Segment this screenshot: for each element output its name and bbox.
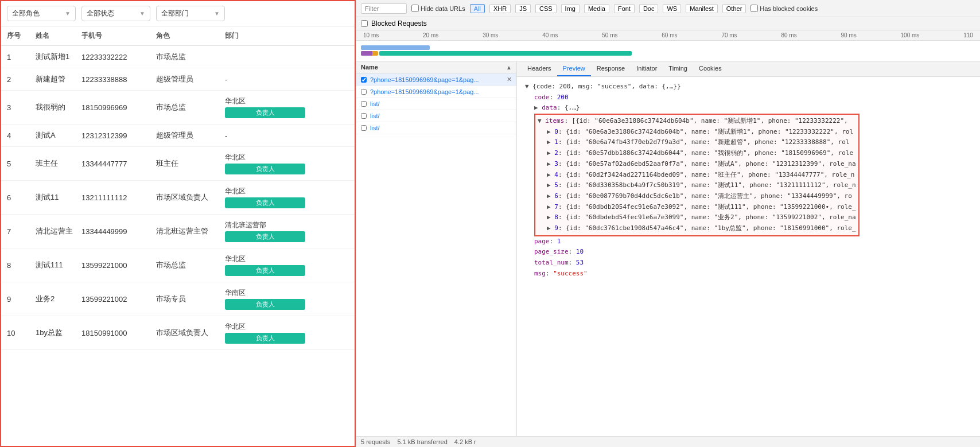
chevron-down-icon: ▼ [65,10,71,17]
json-root: ▼ {code: 200, msg: "success", data: {,…}… [525,81,974,279]
timeline-mark: 20 ms [423,32,438,38]
col-id: 序号 [7,31,36,41]
network-list-item[interactable]: ?phone=18150996969&page=1&pag... ✕ [356,73,516,86]
net-row-checkbox[interactable] [361,89,367,95]
network-content: Name ▲ ?phone=18150996969&page=1&pag... … [356,61,980,436]
blocked-requests-label: Blocked Requests [371,20,427,28]
json-item: ▶ 3: {id: "60e57af02ad6ebd52aaf0f7a", na… [547,159,856,170]
table-row[interactable]: 8 测试111 13599221000 市场总监 华北区负责人 [1,248,355,282]
col-dept: 部门 [225,31,305,41]
json-items-block: ▼ items: [{id: "60e6a3e31886c37424db604b… [534,114,860,236]
json-item: ▶ 0: {id: "60e6a3e31886c37424db604b", na… [547,127,856,138]
net-row-name: list/ [370,100,512,107]
role-filter[interactable]: 全部角色 ▼ [7,6,76,21]
table-body: 1 测试新增1 12233332222 市场总监 2 新建超管 12233338… [1,46,355,446]
detail-pane: HeadersPreviewResponseInitiatorTimingCoo… [517,61,980,436]
json-msg: msg: "success" [534,269,974,279]
hide-data-urls-label[interactable]: Hide data URLs [411,5,465,12]
blocked-requests-row: Blocked Requests [356,17,980,30]
timeline-mark: 30 ms [483,32,498,38]
json-root-line: ▼ {code: 200, msg: "success", data: {,…}… [525,81,974,92]
close-icon[interactable]: ✕ [507,76,512,83]
timeline-marks: 10 ms20 ms30 ms40 ms50 ms60 ms70 ms80 ms… [361,32,975,38]
timeline-mark: 100 ms [901,32,920,38]
doc-btn[interactable]: Doc [639,4,659,13]
json-items-header: ▼ items: [{id: "60e6a3e31886c37424db604b… [538,116,856,127]
filter-bar: 全部角色 ▼ 全部状态 ▼ 全部部门 ▼ [1,1,355,26]
json-total-num: total_num: 53 [534,258,974,269]
json-item: ▶ 9: {id: "60dc3761cbe1908d547a46c4", na… [547,223,856,234]
net-row-name: list/ [370,125,512,131]
detail-tab-headers[interactable]: Headers [522,61,557,76]
table-row[interactable]: 4 测试A 12312312399 超级管理员 - [1,125,355,147]
table-header: 序号 姓名 手机号 角色 部门 [1,26,355,46]
network-list-header: Name ▲ [356,61,516,73]
has-blocked-cookies-label[interactable]: Has blocked cookies [750,5,818,12]
net-row-checkbox[interactable] [361,77,367,83]
timeline-bar-teal [379,51,632,56]
json-page-size: page_size: 10 [534,247,974,258]
detail-content: ▼ {code: 200, msg: "success", data: {,…}… [517,77,980,436]
table-row[interactable]: 6 测试11 13211111112 市场区域负责人 华北区负责人 [1,181,355,215]
timeline-mark: 60 ms [662,32,677,38]
sort-icon: ▲ [506,64,512,71]
timeline-header: 10 ms20 ms30 ms40 ms50 ms60 ms70 ms80 ms… [356,30,980,41]
xhr-btn[interactable]: XHR [489,4,511,13]
font-btn[interactable]: Font [614,4,635,13]
blocked-requests-checkbox[interactable] [361,20,368,27]
timeline-mark: 70 ms [721,32,737,38]
json-item: ▶ 6: {id: "60e087769b70d4ddc5dc6e1b", na… [547,191,856,202]
devtools-toolbar: Hide data URLs All XHR JS CSS Img Media … [356,0,980,17]
table-row[interactable]: 3 我很弱的 18150996969 市场总监 华北区负责人 [1,91,355,125]
network-list-item[interactable]: ?phone=18150996969&page=1&pag... [356,86,516,98]
hide-data-urls-checkbox[interactable] [411,5,419,12]
col-name: 姓名 [36,31,81,41]
right-panel: Hide data URLs All XHR JS CSS Img Media … [356,0,980,447]
table-row[interactable]: 9 业务2 13599221002 市场专员 华南区负责人 [1,282,355,316]
all-btn[interactable]: All [470,4,485,13]
timeline-bar-purple [361,51,372,56]
detail-tab-initiator[interactable]: Initiator [631,61,663,76]
status-filter[interactable]: 全部状态 ▼ [81,6,150,21]
left-panel: 全部角色 ▼ 全部状态 ▼ 全部部门 ▼ 序号 姓名 手机号 角色 部门 1 测… [0,0,356,447]
status-bar: 5 requests 5.1 kB transferred 4.2 kB r [356,436,980,447]
css-btn[interactable]: CSS [535,4,557,13]
has-blocked-cookies-checkbox[interactable] [750,5,758,12]
network-list-item[interactable]: list/ [356,110,516,122]
table-row[interactable]: 1 测试新增1 12233332222 市场总监 [1,46,355,68]
detail-tab-response[interactable]: Response [591,61,631,76]
other-btn[interactable]: Other [722,4,746,13]
media-btn[interactable]: Media [584,4,609,13]
col-phone: 手机号 [81,31,156,41]
table-row[interactable]: 10 1by总监 18150991000 市场区域负责人 华北区负责人 [1,316,355,350]
net-row-name: list/ [370,112,512,119]
detail-tab-timing[interactable]: Timing [663,61,693,76]
dept-filter[interactable]: 全部部门 ▼ [156,6,225,21]
detail-tab-preview[interactable]: Preview [557,61,591,76]
filter-input[interactable] [361,3,407,14]
transferred-size: 5.1 kB transferred [397,438,447,445]
manifest-btn[interactable]: Manifest [686,4,718,13]
json-page: page: 1 [534,236,974,247]
network-list-item[interactable]: list/ [356,98,516,110]
table-row[interactable]: 2 新建超管 12233338888 超级管理员 - [1,68,355,91]
ws-btn[interactable]: WS [663,4,681,13]
img-btn[interactable]: Img [561,4,580,13]
table-row[interactable]: 5 班主任 13344447777 班主任 华北区负责人 [1,147,355,181]
detail-tab-cookies[interactable]: Cookies [693,61,728,76]
network-list-item[interactable]: list/ [356,122,516,134]
table-row[interactable]: 7 清北运营主 13344449999 清北班运营主管 清北班运营部负责人 [1,215,355,248]
net-row-checkbox[interactable] [361,101,367,107]
js-btn[interactable]: JS [515,4,531,13]
chevron-down-icon: ▼ [139,10,145,17]
timeline-bar-area [356,41,980,61]
timeline-bar-blue [361,45,430,50]
json-item: ▶ 8: {id: "60dbdebd54fec91e6a7e3099", na… [547,212,856,223]
timeline-mark: 80 ms [781,32,796,38]
network-list: Name ▲ ?phone=18150996969&page=1&pag... … [356,61,517,436]
resource-size: 4.2 kB r [454,438,476,445]
net-row-checkbox[interactable] [361,113,367,119]
net-row-checkbox[interactable] [361,125,367,131]
json-tree: ▼ {code: 200, msg: "success", data: {,…}… [523,81,974,279]
col-role: 角色 [156,31,225,41]
